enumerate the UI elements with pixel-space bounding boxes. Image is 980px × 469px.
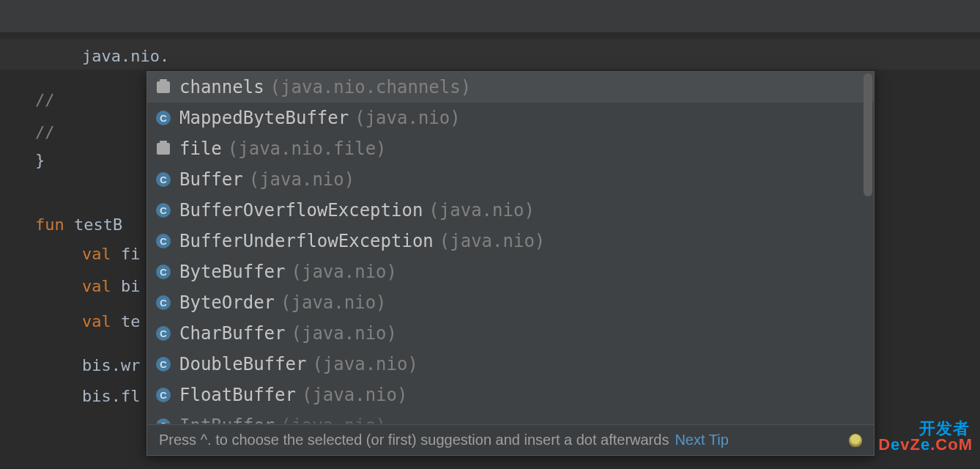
class-icon: C bbox=[156, 172, 171, 187]
code-line-10[interactable]: bis.fl bbox=[82, 381, 140, 412]
code-line-6[interactable]: val fi bbox=[82, 239, 141, 270]
completion-item-DoubleBuffer[interactable]: CDoubleBuffer(java.nio) bbox=[147, 349, 874, 380]
completion-package: (java.nio) bbox=[354, 108, 461, 128]
completion-item-BufferUnderflowException[interactable]: CBufferUnderflowException(java.nio) bbox=[147, 226, 874, 256]
class-icon: C bbox=[156, 295, 171, 310]
bulb-icon[interactable] bbox=[849, 434, 862, 447]
class-icon: C bbox=[156, 265, 171, 279]
completion-name: ByteBuffer bbox=[179, 262, 286, 282]
scrollbar-thumb[interactable] bbox=[864, 73, 872, 196]
watermark-line1: 开发者 bbox=[873, 421, 973, 437]
code-line-4[interactable]: } bbox=[35, 145, 45, 176]
completion-name: FloatBuffer bbox=[179, 385, 296, 405]
watermark-line2: DevZe.CoM bbox=[873, 437, 973, 453]
completion-package: (java.nio) bbox=[312, 354, 418, 374]
completion-package: (java.nio.file) bbox=[228, 139, 387, 159]
completion-footer: Press ^. to choose the selected (or firs… bbox=[147, 424, 874, 455]
completion-package: (java.nio) bbox=[302, 385, 408, 405]
completion-item-file[interactable]: file(java.nio.file) bbox=[147, 133, 874, 164]
completion-item-IntBuffer[interactable]: CIntBuffer(java.nio) bbox=[147, 410, 874, 424]
completion-package: (java.nio) bbox=[281, 416, 387, 424]
completion-item-FloatBuffer[interactable]: CFloatBuffer(java.nio) bbox=[147, 380, 874, 410]
completion-name: file bbox=[179, 139, 222, 159]
completion-package: (java.nio) bbox=[428, 200, 535, 221]
code-line-2[interactable]: // bbox=[35, 85, 55, 116]
completion-name: CharBuffer bbox=[179, 323, 286, 344]
completion-item-Buffer[interactable]: CBuffer(java.nio) bbox=[147, 164, 874, 195]
code-line-8[interactable]: val te bbox=[82, 306, 141, 337]
completion-package: (java.nio.channels) bbox=[270, 77, 472, 97]
package-icon bbox=[156, 141, 171, 156]
top-bar bbox=[0, 0, 980, 32]
completion-name: IntBuffer bbox=[179, 416, 275, 424]
completion-hint: Press ^. to choose the selected (or firs… bbox=[159, 432, 669, 448]
class-icon: C bbox=[156, 388, 171, 402]
completion-list: channels(java.nio.channels)CMappedByteBu… bbox=[147, 72, 874, 424]
completion-package: (java.nio) bbox=[249, 169, 355, 190]
completion-item-ByteBuffer[interactable]: CByteBuffer(java.nio) bbox=[147, 256, 874, 287]
completion-item-CharBuffer[interactable]: CCharBuffer(java.nio) bbox=[147, 318, 874, 349]
completion-package: (java.nio) bbox=[281, 292, 387, 313]
class-icon: C bbox=[156, 203, 171, 218]
code-line-3[interactable]: // bbox=[35, 117, 55, 148]
completion-item-BufferOverflowException[interactable]: CBufferOverflowException(java.nio) bbox=[147, 195, 874, 226]
completion-name: ByteOrder bbox=[179, 292, 275, 313]
package-icon bbox=[156, 80, 171, 95]
completion-item-ByteOrder[interactable]: CByteOrder(java.nio) bbox=[147, 287, 874, 318]
completion-package: (java.nio) bbox=[439, 231, 546, 251]
next-tip-link[interactable]: Next Tip bbox=[675, 432, 728, 448]
completion-name: DoubleBuffer bbox=[179, 354, 306, 374]
completion-name: channels bbox=[179, 77, 264, 97]
completion-scrollbar[interactable] bbox=[864, 73, 872, 422]
completion-package: (java.nio) bbox=[292, 323, 398, 344]
class-icon: C bbox=[156, 111, 171, 125]
completion-package: (java.nio) bbox=[292, 262, 398, 282]
completion-name: MappedByteBuffer bbox=[179, 108, 349, 128]
code-line-9[interactable]: bis.wr bbox=[82, 350, 140, 381]
completion-item-channels[interactable]: channels(java.nio.channels) bbox=[147, 72, 874, 103]
completion-name: BufferUnderflowException bbox=[179, 231, 434, 251]
completion-name: BufferOverflowException bbox=[179, 200, 423, 221]
class-icon: C bbox=[156, 357, 171, 372]
completion-popup: channels(java.nio.channels)CMappedByteBu… bbox=[146, 71, 875, 456]
class-icon: C bbox=[156, 234, 171, 248]
class-icon: C bbox=[156, 326, 171, 341]
class-icon: C bbox=[156, 418, 171, 424]
completion-name: Buffer bbox=[179, 169, 243, 190]
code-line-7[interactable]: val bi bbox=[82, 271, 141, 302]
completion-item-MappedByteBuffer[interactable]: CMappedByteBuffer(java.nio) bbox=[147, 103, 874, 133]
watermark: 开发者 DevZe.CoM bbox=[873, 421, 973, 453]
code-line-1[interactable]: java.nio. bbox=[82, 41, 169, 72]
code-line-5[interactable]: fun testB bbox=[35, 210, 122, 240]
